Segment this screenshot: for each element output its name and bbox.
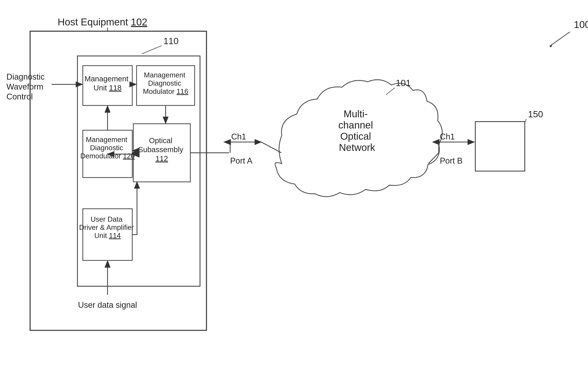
module-110-label: 110 [164,36,179,46]
host-equipment-label: Host Equipment 102 [58,16,147,27]
network-label: Multi- channel Optical Network [338,108,376,153]
diagram-svg-container: 100 Host Equipment 102 110 Management Un… [0,0,588,382]
user-data-signal-text: User data signal [78,300,137,310]
svg-rect-19 [0,0,588,382]
ref-100-text: 100 [574,19,588,30]
ch1-right-text: Ch1 [440,132,455,141]
ref-101-text: 101 [396,78,411,88]
port-a-text: Port A [230,156,252,165]
ref-150-text: 150 [528,109,543,119]
ch1-left-text: Ch1 [231,132,246,141]
port-b-text: Port B [440,156,462,165]
mgmt-diag-mod-text: Management Diagnostic Modulator 116 [143,71,189,95]
